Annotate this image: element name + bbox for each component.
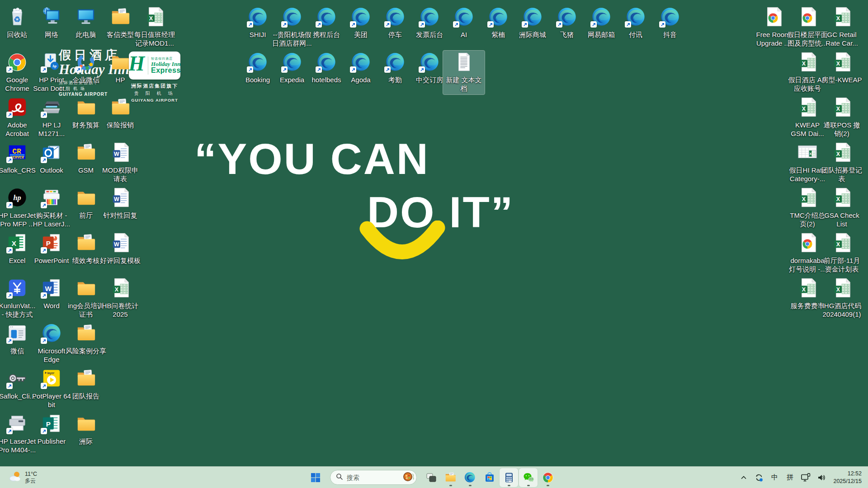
sync-status-icon[interactable] bbox=[753, 469, 765, 486]
shortcut-arrow-icon bbox=[6, 247, 13, 253]
xlsfile-icon: X bbox=[797, 97, 818, 118]
chevron-up-icon[interactable] bbox=[737, 469, 750, 486]
desktop-icon-label: GC Retail Rate Car... bbox=[826, 30, 858, 47]
taskbar: 11°C 多云 bbox=[0, 466, 868, 488]
desktop-icon-label: hotelbeds bbox=[311, 75, 341, 84]
clock[interactable]: 12:52 2025/12/15 bbox=[830, 470, 864, 485]
start-button[interactable] bbox=[306, 468, 326, 487]
ime-language-button[interactable]: 中 bbox=[768, 469, 781, 486]
desktop-icon-label: 网易邮箱 bbox=[588, 30, 615, 39]
desktop-icon-label: 考勤 bbox=[388, 75, 402, 84]
taskbar-wechat-button[interactable] bbox=[519, 468, 538, 487]
printerc-icon bbox=[41, 187, 62, 209]
svg-text:W: W bbox=[114, 196, 119, 202]
desktop-icon-67-xlsfile[interactable]: X团队招募登记表 bbox=[821, 141, 863, 183]
desktop-icon-71-xlsfile[interactable]: X前厅部-11月 资金计划表 bbox=[821, 231, 863, 273]
desktop-icon-58-txt[interactable]: 新建 文本文 档 bbox=[443, 51, 485, 94]
svg-text:X: X bbox=[836, 15, 840, 22]
desktop-icon-label: GSA Check List bbox=[824, 211, 859, 228]
desktop-icon-9-express[interactable]: H 智选假日酒店 Holiday Inn Express 洲际酒店集团旗下 贵 … bbox=[125, 51, 184, 103]
desktop-icon-69-xlsfile[interactable]: XGSA Check List bbox=[821, 186, 863, 228]
desktop-icon-label: HP bbox=[116, 75, 125, 84]
desktop-icon-label: Adobe Acrobat bbox=[5, 121, 29, 138]
desktop-icon-61-xlsfile[interactable]: XGC Retail Rate Car... bbox=[821, 5, 863, 47]
ppapp-icon: P bbox=[41, 232, 62, 254]
shortcut-arrow-icon bbox=[247, 66, 253, 73]
express-monogram: H bbox=[128, 54, 145, 73]
shortcut-arrow-icon bbox=[522, 21, 528, 28]
crs-icon: CR SERVER bbox=[6, 142, 28, 164]
search-doodle-icon[interactable] bbox=[402, 471, 414, 484]
desktop-icon-4-xlsfile[interactable]: X每日值班经理 记录MOD1... bbox=[134, 5, 175, 47]
search-box[interactable] bbox=[330, 470, 417, 485]
edge-icon bbox=[419, 52, 440, 73]
svg-text:X: X bbox=[836, 196, 840, 202]
desktop-icon-label: 服务费费率 bbox=[791, 301, 825, 310]
folderdocs-icon bbox=[109, 97, 131, 118]
wxpc-icon bbox=[6, 323, 28, 344]
desktop-icon-63-xlsfile[interactable]: X房型-KWEAP bbox=[821, 51, 863, 84]
shortcut-arrow-icon bbox=[281, 21, 288, 28]
taskbar-microsoft-store-button[interactable] bbox=[480, 468, 499, 487]
express-sub1: 洲际酒店集团旗下 bbox=[131, 83, 178, 89]
taskbar-chrome-button[interactable] bbox=[538, 468, 557, 487]
desktop-icon-25-wordfile[interactable]: W好评回复模板 bbox=[99, 231, 141, 265]
edge-icon bbox=[487, 6, 509, 28]
shortcut-arrow-icon bbox=[590, 21, 597, 28]
desktop-icon-65-xlsfile[interactable]: X通联POS 撤 销(2) bbox=[821, 96, 863, 138]
hpprint-icon: hp bbox=[41, 52, 62, 73]
desktop-icon-label: 假日HI Rate Category-... bbox=[789, 166, 826, 183]
folder-icon bbox=[75, 413, 97, 435]
desktop-icon-21-wordfile[interactable]: W针对性回复 bbox=[99, 186, 141, 220]
desktop-icon-32-folderdocs[interactable]: 风险案例分享 bbox=[65, 322, 107, 355]
wordfile-icon: W bbox=[109, 232, 131, 254]
taskbar-edge-button[interactable] bbox=[461, 468, 479, 487]
edge-icon bbox=[625, 6, 646, 28]
edge-icon bbox=[384, 6, 406, 28]
network-icon bbox=[41, 6, 62, 28]
desktop-icon-label: 保险报销 bbox=[107, 121, 134, 129]
desktop-icon-label: PowerPoint bbox=[34, 256, 69, 265]
shortcut-arrow-icon bbox=[6, 202, 13, 208]
weather-temperature: 11°C bbox=[25, 471, 37, 478]
search-input[interactable] bbox=[347, 474, 399, 481]
wecom-icon bbox=[75, 52, 97, 73]
taskbar-calculator-button[interactable] bbox=[500, 468, 518, 487]
desktop-icon-label: Free Room Upgrade ... bbox=[756, 30, 790, 47]
desktop-icon-35-folderdocs[interactable]: 团队报告 bbox=[65, 367, 107, 400]
desktop-icon-label: 前厅部-11月 资金计划表 bbox=[824, 256, 860, 273]
edge-icon bbox=[659, 6, 681, 28]
xlsfile-icon: X bbox=[144, 6, 165, 28]
shortcut-arrow-icon bbox=[6, 112, 13, 118]
xlapp-icon: X bbox=[6, 232, 28, 254]
desktop-icon-29-xlsfile[interactable]: XHB问卷统计 2025 bbox=[99, 277, 141, 319]
folderdocs-icon bbox=[75, 142, 97, 164]
express-brand-line1: Holiday Inn bbox=[151, 61, 180, 67]
shortcut-arrow-icon bbox=[384, 66, 391, 73]
chromefile-icon bbox=[797, 232, 818, 254]
desktop-icon-label: KunlunVat... - 快捷方式 bbox=[0, 301, 35, 319]
folder-icon bbox=[75, 97, 97, 118]
acrobat-icon bbox=[6, 97, 28, 118]
weather-widget[interactable]: 11°C 多云 bbox=[5, 467, 41, 488]
desktop-icon-13-folderdocs[interactable]: 保险报销 bbox=[99, 96, 141, 129]
desktop-icon-73-xlsfile[interactable]: XIHG酒店代码 20240409(1) bbox=[821, 277, 863, 319]
desktop-icon-17-wordfile[interactable]: WMOD权限申 请表 bbox=[99, 141, 141, 183]
desktop-icon-51-edge[interactable]: 抖音 bbox=[649, 5, 691, 39]
xlsfile-icon: X bbox=[831, 232, 853, 254]
desktop-icon-label: Saflok_Cli... bbox=[0, 392, 35, 400]
taskbar-file-explorer-button[interactable] bbox=[441, 468, 460, 487]
svg-text:X: X bbox=[836, 151, 840, 157]
desktop-icon-label: 抖音 bbox=[663, 30, 677, 39]
ethernet-icon[interactable] bbox=[799, 469, 812, 486]
desktop-icon-label: Excel bbox=[9, 256, 26, 265]
xlsfile-icon: X bbox=[109, 277, 131, 299]
taskbar-app-buttons bbox=[421, 468, 557, 487]
taskbar-task-view-button[interactable] bbox=[422, 468, 440, 487]
desktop-icon-38-folder[interactable]: 洲际 bbox=[65, 412, 107, 446]
ime-mode-button[interactable]: 拼 bbox=[783, 469, 796, 486]
desktop-icon-label: Word bbox=[43, 301, 60, 310]
shortcut-arrow-icon bbox=[6, 292, 13, 299]
xlsfile-icon: X bbox=[831, 277, 853, 299]
volume-icon[interactable] bbox=[815, 469, 828, 486]
